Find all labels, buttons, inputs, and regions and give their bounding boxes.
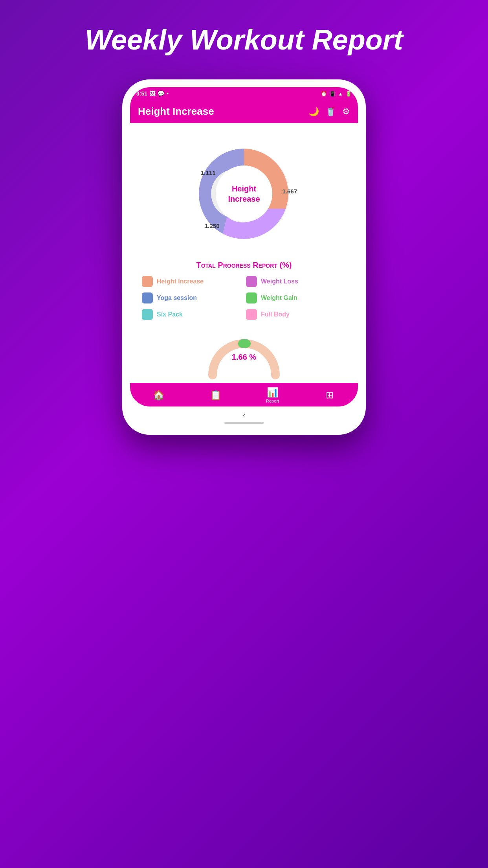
legend-item-weight-loss: Weight Loss — [246, 276, 346, 287]
legend-color-full-body — [246, 309, 257, 320]
whatsapp-icon: 💬 — [158, 90, 164, 97]
legend-label-six-pack: Six Pack — [157, 311, 183, 318]
report-icon: 📊 — [267, 387, 279, 398]
content-area: 1.111 1.667 1.250 Height Increase Total … — [130, 123, 358, 383]
app-header: Height Increase 🌙 🥤 ⚙ — [130, 100, 358, 123]
nav-item-report[interactable]: 📊 Report — [261, 387, 284, 403]
battery-icon: 🔋 — [345, 91, 352, 97]
phone-frame: 3:51 🖼 💬 • ⏰ 📳 ▲ 🔋 Height Increase 🌙 🥤 ⚙ — [122, 79, 366, 435]
legend-label-weight-loss: Weight Loss — [261, 278, 298, 285]
dot-indicator: • — [167, 90, 169, 97]
legend-grid: Height Increase Weight Loss Yoga session… — [138, 276, 350, 320]
alarm-icon: ⏰ — [321, 91, 327, 97]
legend-color-six-pack — [142, 309, 153, 320]
legend-item-yoga: Yoga session — [142, 292, 242, 303]
legend-label-height-increase: Height Increase — [157, 278, 204, 285]
nav-item-menu[interactable]: ⊞ — [318, 390, 341, 401]
center-text-line1: Height — [228, 184, 260, 194]
moon-icon[interactable]: 🌙 — [308, 107, 319, 117]
legend-item-weight-gain: Weight Gain — [246, 292, 346, 303]
label-weight-loss: 1.250 — [205, 223, 220, 229]
app-header-title: Height Increase — [138, 105, 214, 118]
legend-color-weight-gain — [246, 292, 257, 303]
menu-icon: ⊞ — [326, 390, 334, 401]
phone-bottom: ‹ — [130, 406, 358, 427]
center-text-line2: Increase — [228, 194, 260, 204]
donut-chart-container: 1.111 1.667 1.250 Height Increase — [138, 135, 350, 253]
legend-color-weight-loss — [246, 276, 257, 287]
vibrate-icon: 📳 — [329, 91, 336, 97]
donut-center-text: Height Increase — [228, 184, 260, 204]
photo-icon: 🖼 — [150, 90, 155, 97]
bottom-nav: 🏠 📋 📊 Report ⊞ — [130, 383, 358, 406]
report-label: Report — [266, 399, 279, 403]
status-right: ⏰ 📳 ▲ 🔋 — [321, 91, 352, 97]
home-bar — [224, 422, 264, 424]
legend-item-full-body: Full Body — [246, 309, 346, 320]
status-bar: 3:51 🖼 💬 • ⏰ 📳 ▲ 🔋 — [130, 87, 358, 100]
legend-item-height-increase: Height Increase — [142, 276, 242, 287]
home-icon: 🏠 — [153, 390, 165, 401]
time-display: 3:51 — [136, 90, 147, 97]
progress-section-title: Total Progress Report (%) — [138, 261, 350, 270]
back-button[interactable]: ‹ — [243, 411, 245, 419]
small-donut-container: 1.66 % — [138, 328, 350, 383]
page-title: Weekly Workout Report — [85, 24, 403, 56]
phone-screen: 3:51 🖼 💬 • ⏰ 📳 ▲ 🔋 Height Increase 🌙 🥤 ⚙ — [130, 87, 358, 406]
settings-icon[interactable]: ⚙ — [342, 107, 350, 117]
legend-label-yoga: Yoga session — [157, 294, 197, 302]
label-yoga: 1.111 — [201, 169, 216, 176]
status-left: 3:51 🖼 💬 • — [136, 90, 169, 97]
legend-item-six-pack: Six Pack — [142, 309, 242, 320]
small-donut-value: 1.66 % — [232, 353, 256, 362]
legend-label-weight-gain: Weight Gain — [261, 294, 297, 302]
legend-color-yoga — [142, 292, 153, 303]
label-height: 1.667 — [282, 188, 297, 195]
header-icons: 🌙 🥤 ⚙ — [308, 107, 350, 117]
page-title-wrapper: Weekly Workout Report — [85, 0, 403, 79]
workout-icon: 📋 — [210, 390, 222, 401]
nav-item-workout[interactable]: 📋 — [204, 390, 227, 401]
legend-color-height-increase — [142, 276, 153, 287]
wifi-icon: ▲ — [338, 91, 343, 97]
legend-label-full-body: Full Body — [261, 311, 290, 318]
drink-icon[interactable]: 🥤 — [325, 107, 336, 117]
nav-item-home[interactable]: 🏠 — [147, 390, 171, 401]
